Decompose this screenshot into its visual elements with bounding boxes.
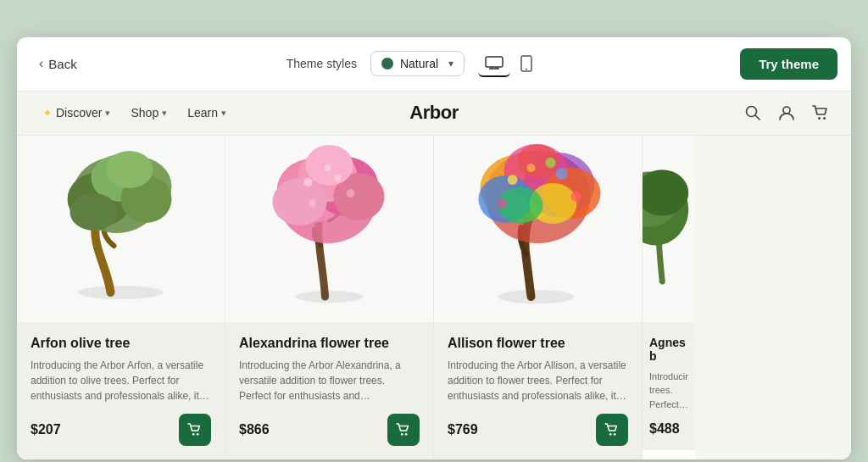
product-name: Arfon olive tree: [31, 336, 211, 351]
svg-rect-0: [486, 57, 503, 67]
learn-nav-item[interactable]: Learn ▾: [179, 101, 235, 125]
product-price-partial: $488: [649, 421, 680, 437]
theme-color-dot: [381, 58, 393, 70]
cart-add-icon: [604, 423, 620, 437]
svg-point-30: [335, 175, 342, 181]
svg-point-29: [304, 178, 313, 186]
theme-styles-label: Theme styles: [287, 57, 357, 70]
add-to-cart-button[interactable]: [387, 414, 420, 446]
product-info: Arfon olive tree Introducing the Arbor A…: [17, 322, 225, 459]
colorful-tree-image: [434, 136, 642, 322]
search-icon: [744, 104, 761, 121]
product-description: Introducing the Arbor Alexandrina, a ver…: [239, 358, 420, 404]
mobile-view-button[interactable]: [514, 50, 539, 77]
shop-label: Shop: [131, 106, 159, 120]
account-button[interactable]: [773, 99, 800, 126]
discover-chevron-icon: ▾: [105, 108, 110, 119]
navbar: ✦ Discover ▾ Shop ▾ Learn ▾ Arbor: [17, 92, 851, 136]
product-card-partial: Agnes b Introducing... trees. Perfect...…: [643, 136, 695, 459]
product-desc-partial: Introducing... trees. Perfect... unique …: [649, 370, 688, 412]
svg-point-46: [508, 175, 518, 185]
spark-icon: ✦: [42, 106, 53, 120]
product-description: Introducing the Arbor Arfon, a versatile…: [31, 358, 211, 404]
topbar: ‹ Back Theme styles Natural ▾: [17, 37, 851, 92]
product-info: Alexandrina flower tree Introducing the …: [225, 322, 433, 459]
svg-point-36: [498, 290, 575, 303]
olive-tree-image: [17, 136, 225, 322]
add-to-cart-button[interactable]: [596, 414, 628, 446]
svg-point-10: [823, 117, 826, 120]
svg-point-52: [609, 433, 612, 436]
search-button[interactable]: [739, 99, 766, 126]
product-name: Alexandrina flower tree: [239, 336, 420, 351]
svg-point-9: [818, 117, 821, 120]
product-image-pink: [225, 136, 433, 322]
svg-point-11: [79, 286, 164, 299]
shop-nav-item[interactable]: Shop ▾: [122, 101, 175, 125]
svg-line-7: [755, 115, 760, 120]
try-theme-button[interactable]: Try theme: [740, 48, 837, 80]
discover-nav-item[interactable]: ✦ Discover ▾: [34, 101, 119, 125]
view-icons: [478, 50, 539, 77]
theme-dropdown-value: Natural: [400, 57, 438, 70]
product-card: Alexandrina flower tree Introducing the …: [225, 136, 434, 459]
pink-tree-image: [225, 136, 433, 322]
cart-add-icon: [396, 423, 411, 437]
svg-point-47: [556, 168, 568, 180]
svg-point-5: [526, 69, 527, 70]
product-price: $207: [31, 422, 61, 437]
partial-tree-image: [643, 136, 695, 322]
desktop-view-button[interactable]: [478, 50, 510, 77]
cart-button[interactable]: [807, 99, 834, 126]
product-price: $866: [239, 422, 270, 437]
discover-label: Discover: [56, 106, 102, 120]
svg-point-49: [498, 199, 507, 208]
learn-label: Learn: [187, 106, 218, 120]
store-title: Arbor: [409, 102, 458, 124]
cart-add-icon: [187, 423, 203, 437]
main-window: ‹ Back Theme styles Natural ▾: [17, 37, 851, 459]
svg-point-31: [347, 189, 355, 198]
products-area: Arfon olive tree Introducing the Arbor A…: [17, 136, 851, 459]
product-info-partial: Agnes b Introducing... trees. Perfect...…: [643, 322, 695, 451]
svg-point-17: [70, 193, 118, 231]
product-price: $769: [448, 422, 478, 437]
product-card: Allison flower tree Introducing the Arbo…: [434, 136, 643, 459]
svg-point-21: [296, 291, 364, 303]
product-image-olive: [17, 136, 225, 322]
desktop-icon: [485, 56, 504, 70]
mobile-icon: [520, 55, 532, 72]
svg-point-8: [783, 107, 790, 114]
learn-chevron-icon: ▾: [221, 108, 226, 119]
product-footer: $769: [448, 414, 628, 446]
chevron-down-icon: ▾: [448, 58, 453, 70]
product-description: Introducing the Arbor Allison, a versati…: [448, 358, 628, 404]
product-info: Allison flower tree Introducing the Arbo…: [434, 322, 642, 459]
add-to-cart-button[interactable]: [179, 414, 211, 446]
svg-point-18: [106, 151, 153, 188]
theme-dropdown[interactable]: Natural ▾: [370, 51, 465, 76]
account-icon: [778, 104, 795, 121]
svg-point-20: [197, 433, 199, 436]
product-footer: $866: [239, 414, 420, 446]
product-image-partial: [643, 136, 695, 322]
product-card: Arfon olive tree Introducing the Arbor A…: [17, 136, 225, 459]
svg-point-32: [309, 200, 316, 207]
svg-point-35: [405, 433, 408, 436]
product-image-colorful: [434, 136, 642, 322]
product-footer-partial: $488: [649, 421, 688, 437]
back-chevron-icon: ‹: [39, 56, 43, 71]
back-label: Back: [48, 57, 76, 71]
svg-point-53: [614, 433, 616, 436]
svg-point-50: [546, 158, 556, 168]
svg-point-51: [527, 164, 536, 172]
svg-point-19: [192, 433, 195, 436]
svg-point-48: [571, 192, 581, 202]
products-grid: Arfon olive tree Introducing the Arbor A…: [17, 136, 851, 459]
topbar-center: Theme styles Natural ▾: [96, 50, 730, 77]
cart-icon: [812, 104, 829, 121]
svg-point-33: [325, 164, 331, 171]
product-name: Allison flower tree: [448, 336, 628, 351]
back-button[interactable]: ‹ Back: [31, 51, 86, 76]
nav-right: [739, 99, 834, 126]
